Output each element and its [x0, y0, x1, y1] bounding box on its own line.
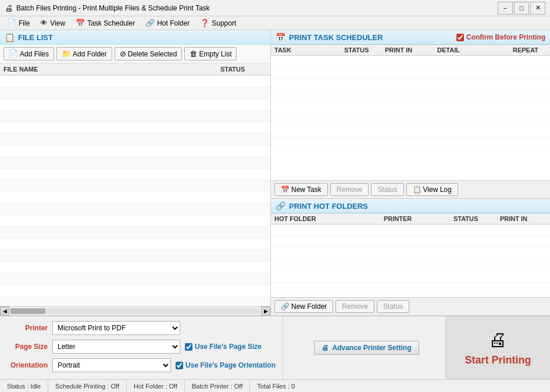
table-row [0, 192, 270, 204]
remove-folder-label: Remove [342, 302, 368, 311]
scrollbar-track[interactable] [10, 308, 260, 314]
scroll-right-arrow[interactable]: ▶ [261, 307, 270, 316]
file-name-header: FILE NAME [3, 66, 220, 73]
remove-task-button[interactable]: Remove [330, 183, 369, 196]
add-folder-label: Add Folder [73, 50, 107, 58]
table-row [271, 114, 550, 126]
table-row [271, 102, 550, 114]
table-row [0, 134, 270, 145]
add-files-button[interactable]: 📄 Add Files [3, 47, 54, 60]
task-scheduler-label: Task Scheduler [87, 19, 135, 27]
hot-folder-toolbar: 🔗 New Folder Remove Status [271, 297, 550, 315]
remove-task-label: Remove [337, 186, 363, 194]
printer-select[interactable]: Microsoft Print to PDF [52, 321, 180, 335]
file-list-panel: 📋 FILE LIST 📄 Add Files 📁 Add Folder ⊘ D… [0, 30, 271, 315]
window-title: Batch Files Printing - Print Multiple Fi… [16, 4, 498, 12]
empty-list-label: Empty List [199, 50, 231, 58]
remove-folder-button[interactable]: Remove [335, 300, 374, 313]
empty-list-icon: 🗑 [190, 49, 197, 58]
table-row [0, 215, 270, 227]
status-folder-button[interactable]: Status [377, 300, 409, 313]
table-row [0, 87, 270, 99]
new-folder-button[interactable]: 🔗 New Folder [274, 300, 333, 313]
scheduler-table-header: TASK STATUS PRINT IN DETAIL REPEAT [271, 45, 550, 56]
view-log-label: View Log [423, 186, 452, 194]
horizontal-scrollbar[interactable]: ◀ ▶ [0, 306, 270, 315]
start-print-area: 🖨 Start Printing [445, 316, 550, 379]
batch-printer-status: Batch Printer : Off [185, 380, 250, 392]
hf-status-col-header: STATUS [453, 215, 500, 222]
scheduler-title: PRINT TASK SCHEDULER [289, 33, 383, 42]
status-task-button[interactable]: Status [371, 183, 403, 196]
view-menu-icon: 👁 [40, 19, 48, 27]
new-task-button[interactable]: 📅 New Task [274, 183, 328, 196]
use-file-orientation-checkbox[interactable] [176, 362, 183, 369]
start-print-icon: 🖨 [488, 329, 507, 351]
scrollbar-thumb[interactable] [10, 308, 45, 314]
table-row [271, 91, 550, 102]
table-row [0, 111, 270, 122]
hot-folder-header: 🔗 PRINT HOT FOLDERS [271, 199, 550, 213]
settings-area: Printer Microsoft Print to PDF Page Size… [0, 315, 550, 379]
delete-selected-button[interactable]: ⊘ Delete Selected [115, 47, 183, 60]
empty-list-button[interactable]: 🗑 Empty List [184, 47, 237, 60]
minimize-button[interactable]: − [498, 2, 513, 15]
file-list-header: 📋 FILE LIST [0, 30, 270, 45]
use-file-page-size-checkbox[interactable] [185, 343, 192, 351]
hot-folder-title: PRINT HOT FOLDERS [289, 202, 368, 211]
add-folder-button[interactable]: 📁 Add Folder [56, 47, 112, 60]
view-log-button[interactable]: 📋 View Log [406, 183, 458, 196]
printer-row: Printer Microsoft Print to PDF [7, 321, 276, 335]
maximize-button[interactable]: □ [514, 2, 529, 15]
table-row [0, 273, 270, 285]
printer-label: Printer [7, 324, 48, 332]
new-folder-icon: 🔗 [281, 302, 290, 311]
table-row [0, 157, 270, 169]
title-bar: 🖨 Batch Files Printing - Print Multiple … [0, 0, 550, 16]
menu-hot-folder[interactable]: 🔗 Hot Folder [141, 17, 194, 28]
view-log-icon: 📋 [413, 186, 422, 194]
confirm-before-printing-checkbox[interactable] [456, 34, 464, 41]
menu-view[interactable]: 👁 View [35, 17, 70, 28]
table-row [0, 204, 270, 215]
page-size-select[interactable]: Letter [52, 340, 180, 354]
menu-task-scheduler[interactable]: 📅 Task Scheduler [71, 17, 140, 28]
delete-selected-icon: ⊘ [120, 49, 126, 58]
hf-print-in-col-header: PRINT IN [500, 215, 547, 222]
table-row [271, 259, 550, 271]
start-printing-button[interactable]: 🖨 Start Printing [451, 320, 545, 376]
file-list-icon: 📋 [5, 33, 15, 42]
orientation-row: Orientation Portrait Use File's Page Ori… [7, 358, 276, 372]
advance-printer-label: Advance Printer Setting [332, 344, 411, 352]
scroll-left-arrow[interactable]: ◀ [0, 307, 9, 316]
scheduler-table-body [271, 56, 550, 180]
hot-folder-table-header: HOT FOLDER PRINTER STATUS PRINT IN [271, 213, 550, 224]
hot-folder-col-header: HOT FOLDER [274, 215, 384, 222]
orientation-select[interactable]: Portrait [52, 358, 171, 372]
menu-support[interactable]: ❓ Support [195, 17, 241, 28]
table-row [271, 126, 550, 137]
hot-folder-icon: 🔗 [276, 201, 285, 211]
table-row [0, 169, 270, 180]
table-row [271, 79, 550, 91]
app-icon: 🖨 [5, 3, 13, 13]
table-row [0, 122, 270, 134]
scheduler-toolbar: 📅 New Task Remove Status 📋 View Log [271, 180, 550, 198]
table-row [0, 76, 270, 87]
scheduler-panel: 📅 PRINT TASK SCHEDULER Confirm Before Pr… [271, 30, 550, 199]
support-icon: ❓ [200, 19, 209, 27]
scheduler-header: 📅 PRINT TASK SCHEDULER Confirm Before Pr… [271, 30, 550, 45]
table-row [0, 262, 270, 273]
add-files-label: Add Files [20, 50, 49, 58]
total-files-status: Total Files : 0 [250, 380, 302, 392]
hot-folder-body [271, 224, 550, 297]
add-files-icon: 📄 [9, 49, 18, 58]
file-list-title: FILE LIST [18, 33, 53, 42]
menu-file[interactable]: 📄 File [2, 17, 34, 28]
close-button[interactable]: ✕ [530, 2, 545, 15]
scheduler-status-col-header: STATUS [344, 47, 385, 54]
file-list-column-headers: FILE NAME STATUS [0, 63, 270, 76]
new-task-icon: 📅 [281, 186, 290, 194]
advance-printer-setting-button[interactable]: 🖨 Advance Printer Setting [314, 341, 419, 355]
printer-col-header: PRINTER [384, 215, 453, 222]
